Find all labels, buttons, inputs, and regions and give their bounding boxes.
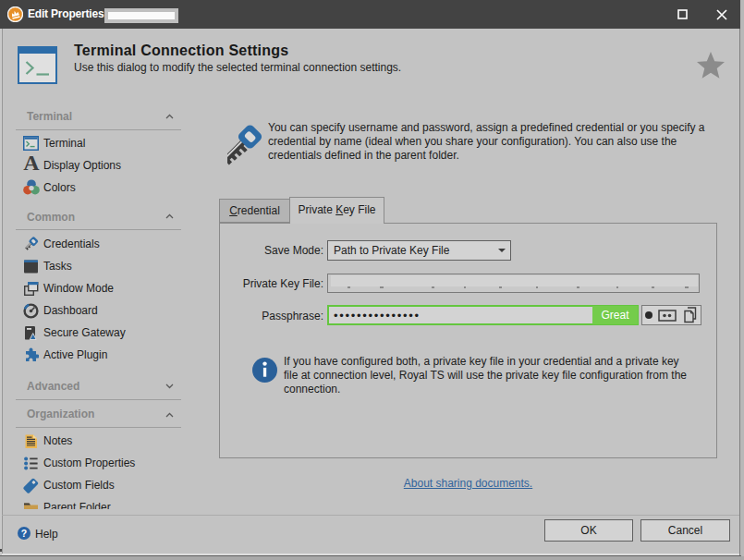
- svg-text:?: ?: [21, 528, 27, 539]
